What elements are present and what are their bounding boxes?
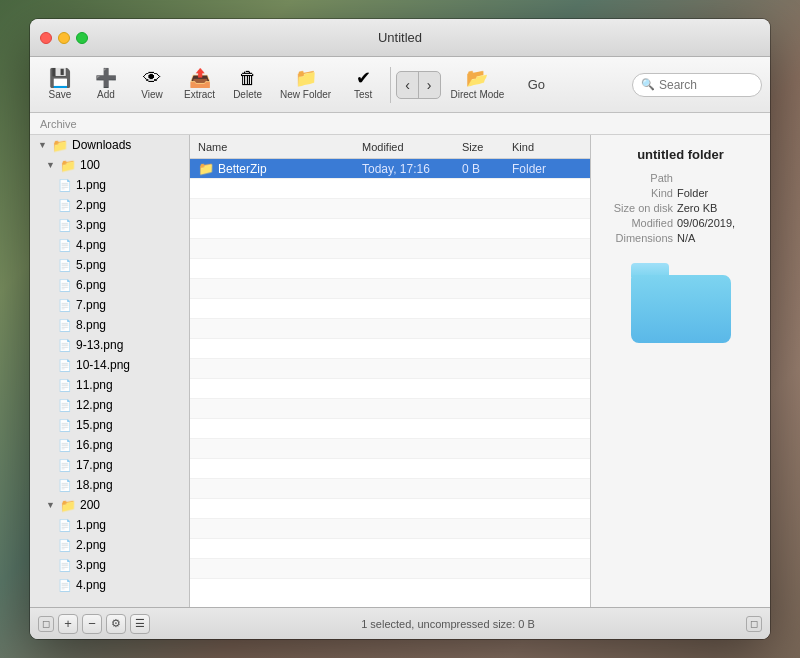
disclosure-icon: ▼ bbox=[46, 160, 56, 170]
file-icon: 📄 bbox=[58, 459, 72, 472]
extract-button[interactable]: 📤 Extract bbox=[176, 65, 223, 104]
file-icon: 📄 bbox=[58, 519, 72, 532]
file-row-empty bbox=[190, 399, 590, 419]
sidebar-item-label: 16.png bbox=[76, 438, 113, 452]
sidebar-item-downloads[interactable]: ▼ 📁 Downloads bbox=[30, 135, 189, 155]
archive-bar: Archive bbox=[30, 113, 770, 135]
add-bottom-button[interactable]: + bbox=[58, 614, 78, 634]
add-button[interactable]: ➕ Add bbox=[84, 65, 128, 104]
file-icon: 📄 bbox=[58, 259, 72, 272]
sidebar-item-file[interactable]: 📄 3.png bbox=[30, 555, 189, 575]
sidebar-item-file[interactable]: 📄 7.png bbox=[30, 295, 189, 315]
direct-mode-button[interactable]: 📂 Direct Mode bbox=[443, 65, 513, 104]
view-button[interactable]: 👁 View bbox=[130, 65, 174, 104]
file-row-empty bbox=[190, 199, 590, 219]
sidebar-item-file[interactable]: 📄 16.png bbox=[30, 435, 189, 455]
inspector-path-row: Path bbox=[603, 172, 758, 184]
settings-bottom-button[interactable]: ⚙ bbox=[106, 614, 126, 634]
sidebar-item-file[interactable]: 📄 5.png bbox=[30, 255, 189, 275]
file-icon: 📄 bbox=[58, 199, 72, 212]
inspector-size-key: Size on disk bbox=[603, 202, 673, 214]
inspector-modified-key: Modified bbox=[603, 217, 673, 229]
file-row-empty bbox=[190, 379, 590, 399]
file-icon: 📄 bbox=[58, 379, 72, 392]
save-label: Save bbox=[49, 89, 72, 100]
status-text: 1 selected, uncompressed size: 0 B bbox=[154, 618, 742, 630]
sidebar-item-100[interactable]: ▼ 📁 100 bbox=[30, 155, 189, 175]
minimize-button[interactable] bbox=[58, 32, 70, 44]
file-name-text: BetterZip bbox=[218, 162, 267, 176]
titlebar: Untitled bbox=[30, 19, 770, 57]
sidebar-item-label: Downloads bbox=[72, 138, 131, 152]
sidebar-item-file[interactable]: 📄 15.png bbox=[30, 415, 189, 435]
view-bottom-button[interactable]: ☰ bbox=[130, 614, 150, 634]
window-controls bbox=[40, 32, 88, 44]
back-button[interactable]: ‹ bbox=[397, 72, 418, 98]
file-icon: 📄 bbox=[58, 279, 72, 292]
sidebar-item-label: 100 bbox=[80, 158, 100, 172]
extract-label: Extract bbox=[184, 89, 215, 100]
save-icon: 💾 bbox=[49, 69, 71, 87]
bottom-left-icon: ◻ bbox=[38, 616, 54, 632]
new-folder-icon: 📁 bbox=[295, 69, 317, 87]
new-folder-button[interactable]: 📁 New Folder bbox=[272, 65, 339, 104]
sidebar-item-file[interactable]: 📄 17.png bbox=[30, 455, 189, 475]
direct-mode-label: Direct Mode bbox=[451, 89, 505, 100]
sidebar-item-file[interactable]: 📄 1.png bbox=[30, 175, 189, 195]
sidebar-item-file[interactable]: 📄 2.png bbox=[30, 535, 189, 555]
inspector-size-row: Size on disk Zero KB bbox=[603, 202, 758, 214]
sidebar-item-label: 4.png bbox=[76, 238, 106, 252]
sidebar-item-file[interactable]: 📄 12.png bbox=[30, 395, 189, 415]
sidebar-item-file[interactable]: 📄 1.png bbox=[30, 515, 189, 535]
maximize-button[interactable] bbox=[76, 32, 88, 44]
sidebar-item-file[interactable]: 📄 9-13.png bbox=[30, 335, 189, 355]
new-folder-label: New Folder bbox=[280, 89, 331, 100]
nav-button-group: ‹ › bbox=[396, 71, 440, 99]
file-row-empty bbox=[190, 459, 590, 479]
file-row-empty bbox=[190, 479, 590, 499]
close-button[interactable] bbox=[40, 32, 52, 44]
file-row-empty bbox=[190, 259, 590, 279]
disclosure-icon: ▼ bbox=[46, 500, 56, 510]
file-row-empty bbox=[190, 299, 590, 319]
sidebar-item-file[interactable]: 📄 11.png bbox=[30, 375, 189, 395]
window-title: Untitled bbox=[378, 30, 422, 45]
remove-bottom-button[interactable]: − bbox=[82, 614, 102, 634]
sidebar-item-file[interactable]: 📄 3.png bbox=[30, 215, 189, 235]
search-box[interactable]: 🔍 bbox=[632, 73, 762, 97]
inspector-modified-val: 09/06/2019, bbox=[677, 217, 758, 229]
sidebar-item-file[interactable]: 📄 10-14.png bbox=[30, 355, 189, 375]
sidebar-item-label: 9-13.png bbox=[76, 338, 123, 352]
file-row-empty bbox=[190, 179, 590, 199]
sidebar-item-file[interactable]: 📄 8.png bbox=[30, 315, 189, 335]
direct-mode-icon: 📂 bbox=[466, 69, 488, 87]
save-button[interactable]: 💾 Save bbox=[38, 65, 82, 104]
sidebar-item-file[interactable]: 📄 18.png bbox=[30, 475, 189, 495]
sidebar-item-file[interactable]: 📄 6.png bbox=[30, 275, 189, 295]
file-row[interactable]: 📁 BetterZip Today, 17:16 0 B Folder bbox=[190, 159, 590, 179]
inspector-kind-val: Folder bbox=[677, 187, 758, 199]
file-icon: 📄 bbox=[58, 319, 72, 332]
file-row-empty bbox=[190, 219, 590, 239]
file-row-empty bbox=[190, 319, 590, 339]
toolbar: 💾 Save ➕ Add 👁 View 📤 Extract 🗑 Delete 📁… bbox=[30, 57, 770, 113]
sidebar-item-file[interactable]: 📄 4.png bbox=[30, 235, 189, 255]
file-icon: 📄 bbox=[58, 559, 72, 572]
test-button[interactable]: ✔ Test bbox=[341, 65, 385, 104]
file-icon: 📄 bbox=[58, 339, 72, 352]
sidebar-item-file[interactable]: 📄 4.png bbox=[30, 575, 189, 595]
search-input[interactable] bbox=[659, 78, 753, 92]
sidebar-item-200[interactable]: ▼ 📁 200 bbox=[30, 495, 189, 515]
sidebar-item-label: 6.png bbox=[76, 278, 106, 292]
forward-button[interactable]: › bbox=[419, 72, 440, 98]
delete-button[interactable]: 🗑 Delete bbox=[225, 65, 270, 104]
sidebar-item-label: 11.png bbox=[76, 378, 113, 392]
sidebar-item-label: 8.png bbox=[76, 318, 106, 332]
extract-icon: 📤 bbox=[189, 69, 211, 87]
sidebar-item-label: 12.png bbox=[76, 398, 113, 412]
col-name-header: Name bbox=[198, 141, 362, 153]
sidebar-item-file[interactable]: 📄 2.png bbox=[30, 195, 189, 215]
sidebar-item-label: 17.png bbox=[76, 458, 113, 472]
inspector-panel: untitled folder Path Kind Folder Size on… bbox=[590, 135, 770, 607]
go-button[interactable]: Go bbox=[514, 73, 558, 96]
